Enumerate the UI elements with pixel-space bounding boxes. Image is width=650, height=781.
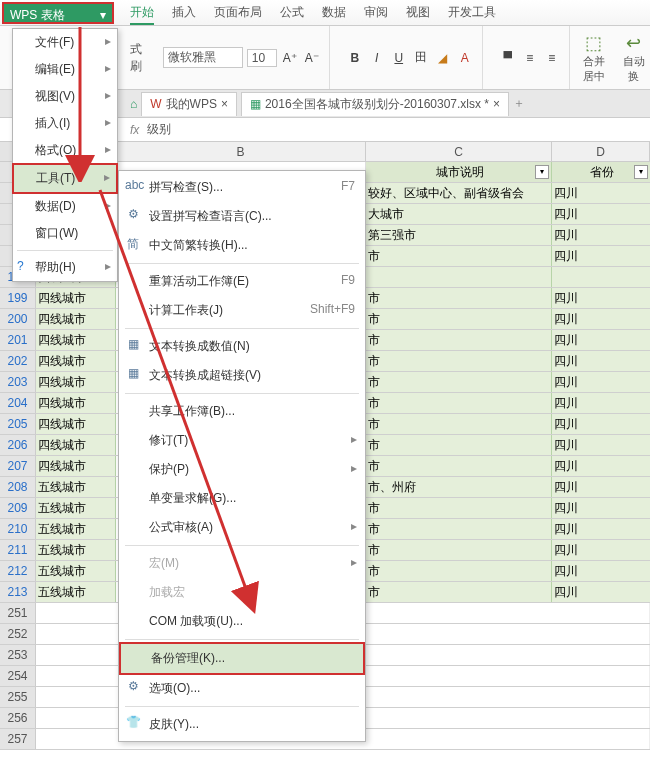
cell[interactable]: 五线城市 — [36, 498, 116, 518]
align-left-icon[interactable]: ≡ — [543, 49, 561, 67]
row-number[interactable]: 209 — [0, 498, 36, 518]
italic-icon[interactable]: I — [368, 49, 386, 67]
row-number[interactable]: 212 — [0, 561, 36, 581]
cell[interactable]: 四川 — [552, 435, 650, 455]
cell[interactable]: 市 — [366, 519, 552, 539]
row-number[interactable]: 204 — [0, 393, 36, 413]
cell[interactable] — [552, 267, 650, 287]
home-icon[interactable]: ⌂ — [130, 97, 137, 111]
submenu-share[interactable]: 共享工作簿(B)... — [119, 397, 365, 426]
tab-layout[interactable]: 页面布局 — [214, 4, 262, 25]
menu-data[interactable]: 数据(D) — [13, 193, 117, 220]
row-number[interactable]: 257 — [0, 729, 36, 749]
row-number[interactable]: 203 — [0, 372, 36, 392]
cell[interactable]: 四川 — [552, 414, 650, 434]
menu-insert[interactable]: 插入(I) — [13, 110, 117, 137]
submenu-protect[interactable]: 保护(P) — [119, 455, 365, 484]
cell[interactable]: 四川 — [552, 246, 650, 266]
cell[interactable]: 市 — [366, 288, 552, 308]
cell[interactable]: 四川 — [552, 225, 650, 245]
tab-view[interactable]: 视图 — [406, 4, 430, 25]
close-icon[interactable]: × — [493, 97, 500, 111]
row-number[interactable]: 255 — [0, 687, 36, 707]
cell[interactable]: 四线城市 — [36, 414, 116, 434]
row-number[interactable]: 200 — [0, 309, 36, 329]
submenu-com[interactable]: COM 加载项(U)... — [119, 607, 365, 636]
cell[interactable]: 市 — [366, 540, 552, 560]
cell[interactable]: 四川 — [552, 351, 650, 371]
decrease-font-icon[interactable]: A⁻ — [303, 49, 321, 67]
cell[interactable]: 五线城市 — [36, 540, 116, 560]
cell[interactable]: 第三强市 — [366, 225, 552, 245]
cell[interactable]: 五线城市 — [36, 477, 116, 497]
cell[interactable]: 四线城市 — [36, 351, 116, 371]
menu-window[interactable]: 窗口(W) — [13, 220, 117, 247]
cell[interactable]: 四线城市 — [36, 309, 116, 329]
row-number[interactable]: 206 — [0, 435, 36, 455]
row-number[interactable]: 202 — [0, 351, 36, 371]
cell[interactable]: 四线城市 — [36, 372, 116, 392]
submenu-text2link[interactable]: ▦文本转换成超链接(V) — [119, 361, 365, 390]
cell[interactable]: 市 — [366, 372, 552, 392]
cell[interactable]: 市 — [366, 309, 552, 329]
row-number[interactable]: 256 — [0, 708, 36, 728]
menu-tools[interactable]: 工具(T) — [12, 163, 118, 194]
submenu-spell[interactable]: abc拼写检查(S)...F7 — [119, 173, 365, 202]
cell[interactable]: 四川 — [552, 519, 650, 539]
menu-help[interactable]: ?帮助(H) — [13, 254, 117, 281]
merge-button[interactable]: ⬚合并居中 — [578, 32, 610, 84]
submenu-cjk[interactable]: 简中文简繁转换(H)... — [119, 231, 365, 260]
submenu-recalc[interactable]: 重算活动工作簿(E)F9 — [119, 267, 365, 296]
row-number[interactable]: 208 — [0, 477, 36, 497]
cell[interactable]: 四川 — [552, 540, 650, 560]
tab-file[interactable]: ▦ 2016全国各城市级别划分-20160307.xlsx * × — [241, 92, 509, 116]
cell[interactable]: 四川 — [552, 456, 650, 476]
row-number[interactable]: 252 — [0, 624, 36, 644]
fill-color-icon[interactable]: ◢ — [434, 49, 452, 67]
menu-view[interactable]: 视图(V) — [13, 83, 117, 110]
submenu-options[interactable]: ⚙选项(O)... — [119, 674, 365, 703]
col-C[interactable]: C — [366, 142, 552, 161]
cell[interactable]: 较好、区域中心、副省级省会 — [366, 183, 552, 203]
cell[interactable]: 四线城市 — [36, 330, 116, 350]
cell[interactable]: 市、州府 — [366, 477, 552, 497]
cell[interactable]: 四川 — [552, 372, 650, 392]
row-number[interactable]: 253 — [0, 645, 36, 665]
cell[interactable]: 市 — [366, 456, 552, 476]
app-menu-button[interactable]: WPS 表格 — [2, 2, 114, 24]
cell[interactable]: 四川 — [552, 561, 650, 581]
cell[interactable]: 四川 — [552, 498, 650, 518]
align-mid-icon[interactable]: ≡ — [521, 49, 539, 67]
underline-icon[interactable]: U — [390, 49, 408, 67]
cell[interactable]: 四线城市 — [36, 288, 116, 308]
cell[interactable]: 四川 — [552, 288, 650, 308]
font-family-combo[interactable]: 微软雅黑 — [163, 47, 243, 68]
submenu-text2num[interactable]: ▦文本转换成数值(N) — [119, 332, 365, 361]
font-color-icon[interactable]: A — [456, 49, 474, 67]
cell[interactable]: 四线城市 — [36, 456, 116, 476]
header-city-desc[interactable]: 城市说明▾ — [366, 162, 552, 182]
cell[interactable]: 五线城市 — [36, 582, 116, 602]
tab-review[interactable]: 审阅 — [364, 4, 388, 25]
row-number[interactable]: 251 — [0, 603, 36, 623]
row-number[interactable]: 213 — [0, 582, 36, 602]
row-number[interactable]: 205 — [0, 414, 36, 434]
tab-insert[interactable]: 插入 — [172, 4, 196, 25]
cell[interactable]: 市 — [366, 414, 552, 434]
cell[interactable]: 市 — [366, 582, 552, 602]
row-number[interactable]: 211 — [0, 540, 36, 560]
tab-dev[interactable]: 开发工具 — [448, 4, 496, 25]
bold-icon[interactable]: B — [346, 49, 364, 67]
cell[interactable]: 五线城市 — [36, 561, 116, 581]
tab-data[interactable]: 数据 — [322, 4, 346, 25]
cell[interactable]: 四线城市 — [36, 435, 116, 455]
tab-mywps[interactable]: W 我的WPS × — [141, 92, 237, 116]
filter-icon[interactable]: ▾ — [535, 165, 549, 179]
menu-edit[interactable]: 编辑(E) — [13, 56, 117, 83]
cell[interactable]: 市 — [366, 498, 552, 518]
cell[interactable]: 四川 — [552, 183, 650, 203]
align-top-icon[interactable]: ▀ — [499, 49, 517, 67]
tab-formula[interactable]: 公式 — [280, 4, 304, 25]
cell[interactable]: 市 — [366, 330, 552, 350]
header-province[interactable]: 省份▾ — [552, 162, 650, 182]
